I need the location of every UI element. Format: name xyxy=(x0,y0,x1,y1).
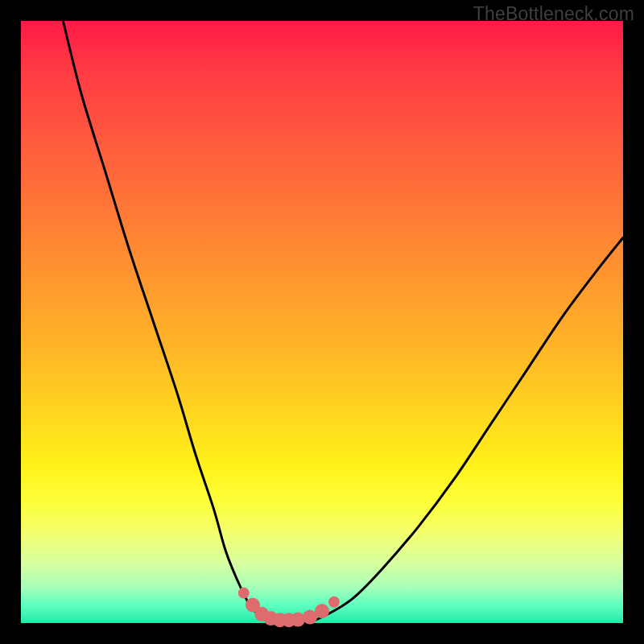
outer-frame: TheBottleneck.com xyxy=(0,0,644,644)
trough-dot xyxy=(238,588,250,599)
trough-dot xyxy=(315,604,329,618)
trough-dot xyxy=(328,597,340,608)
trough-markers xyxy=(238,588,340,628)
bottleneck-curve-path xyxy=(63,21,623,624)
plot-area xyxy=(21,21,623,623)
trough-dot xyxy=(291,613,305,627)
chart-svg xyxy=(21,21,623,623)
